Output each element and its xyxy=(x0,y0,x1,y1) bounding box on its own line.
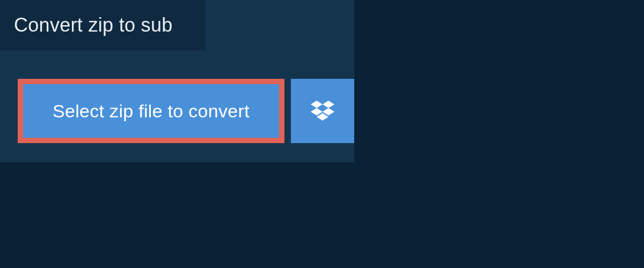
button-row: Select zip file to convert xyxy=(18,79,354,143)
dropbox-button[interactable] xyxy=(291,79,354,143)
tab-label: Convert zip to sub xyxy=(14,14,173,36)
select-file-button-label: Select zip file to convert xyxy=(53,101,250,122)
converter-panel: Convert zip to sub Select zip file to co… xyxy=(0,0,354,162)
converter-tab[interactable]: Convert zip to sub xyxy=(0,0,206,50)
select-file-button[interactable]: Select zip file to convert xyxy=(18,79,284,143)
dropbox-icon xyxy=(311,99,334,123)
